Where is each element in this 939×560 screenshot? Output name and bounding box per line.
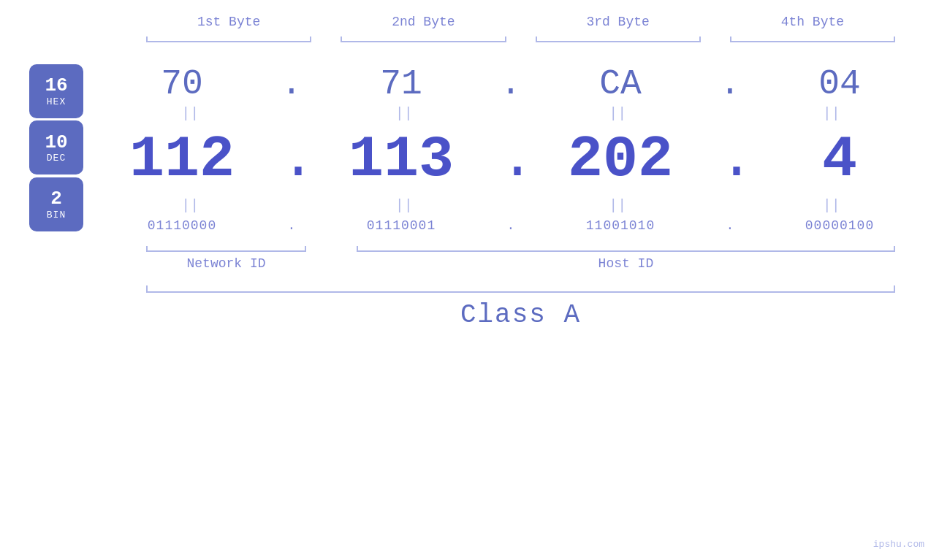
- eq2-2: ||: [305, 197, 503, 214]
- column-headers-row: 1st Byte 2nd Byte 3rd Byte 4th Byte: [132, 15, 910, 35]
- footer: ipshu.com: [873, 539, 924, 550]
- footer-text: ipshu.com: [873, 539, 924, 550]
- hex-dot-2: .: [500, 64, 522, 104]
- dec-val-3: 202: [522, 126, 719, 193]
- hex-val-2: 71: [303, 64, 500, 104]
- network-bracket: [132, 239, 321, 252]
- bin-val-3: 11001010: [522, 218, 719, 233]
- eq-2: ||: [305, 105, 503, 122]
- dec-val-2: 113: [303, 126, 500, 193]
- top-brackets-row: [132, 35, 910, 48]
- bin-row: 01110000 . 01110001 . 11001010 . 0000010…: [83, 218, 938, 233]
- eq2-1: ||: [91, 197, 289, 214]
- dec-cell-3: 202: [522, 126, 719, 193]
- dec-dot-2: .: [500, 126, 522, 193]
- badge-bin: 2 BIN: [29, 177, 83, 231]
- dec-dot-3: .: [719, 126, 741, 193]
- main-container: 1st Byte 2nd Byte 3rd Byte 4th Byte 16 H…: [0, 0, 939, 560]
- hex-cell-1: 70: [83, 64, 281, 104]
- hex-row: 70 . 71 . CA . 04: [83, 64, 938, 104]
- hex-val-3: CA: [522, 64, 719, 104]
- eq-1: ||: [91, 105, 289, 122]
- col-header-4: 4th Byte: [715, 15, 910, 35]
- badge-dec-number: 10: [45, 132, 67, 153]
- equals-row-1: || || || ||: [83, 105, 938, 122]
- bracket-1: [132, 35, 326, 48]
- badge-hex-number: 16: [45, 75, 67, 96]
- bin-val-2: 01110001: [303, 218, 500, 233]
- content-area: 16 HEX 10 DEC 2 BIN 70 . 71: [29, 55, 910, 233]
- bin-val-1: 01110000: [83, 218, 281, 233]
- host-id-label: Host ID: [342, 256, 910, 271]
- net-host-labels: Network ID Host ID: [132, 256, 910, 271]
- bin-cell-3: 11001010: [522, 218, 719, 233]
- eq-4: ||: [733, 105, 930, 122]
- badge-hex: 16 HEX: [29, 64, 83, 118]
- dec-val-4: 4: [741, 126, 938, 193]
- badge-bin-label: BIN: [47, 210, 66, 220]
- col-header-1: 1st Byte: [132, 15, 326, 35]
- bracket-4: [715, 35, 910, 48]
- badge-hex-label: HEX: [47, 96, 66, 107]
- hex-val-4: 04: [741, 64, 938, 104]
- hex-val-1: 70: [83, 64, 281, 104]
- class-label-row: Class A: [132, 300, 910, 330]
- hex-cell-3: CA: [522, 64, 719, 104]
- eq2-4: ||: [733, 197, 930, 214]
- badge-dec-label: DEC: [47, 153, 66, 164]
- eq-3: ||: [519, 105, 716, 122]
- hex-dot-1: .: [281, 64, 303, 104]
- eq2-3: ||: [519, 197, 716, 214]
- bin-dot-3: .: [719, 218, 741, 233]
- hex-dot-3: .: [719, 64, 741, 104]
- badges-column: 16 HEX 10 DEC 2 BIN: [29, 55, 83, 233]
- class-label: Class A: [460, 300, 581, 330]
- dec-cell-1: 112: [83, 126, 281, 193]
- badge-bin-number: 2: [50, 188, 62, 210]
- dec-cell-2: 113: [303, 126, 500, 193]
- host-bracket: [342, 239, 910, 252]
- bin-dot-1: .: [281, 218, 303, 233]
- hex-cell-4: 04: [741, 64, 938, 104]
- badge-dec: 10 DEC: [29, 120, 83, 174]
- bracket-3: [521, 35, 715, 48]
- dec-dot-1: .: [281, 126, 303, 193]
- dec-row: 112 . 113 . 202 . 4: [83, 126, 938, 193]
- col-header-3: 3rd Byte: [521, 15, 715, 35]
- bin-cell-2: 01110001: [303, 218, 500, 233]
- bin-val-4: 00000100: [741, 218, 938, 233]
- equals-row-2: || || || ||: [83, 197, 938, 214]
- ip-rows-area: 70 . 71 . CA . 04 || || || ||: [83, 55, 938, 233]
- net-host-brackets: [132, 239, 910, 252]
- bin-cell-1: 01110000: [83, 218, 281, 233]
- full-bracket-row: [132, 278, 910, 293]
- dec-val-1: 112: [83, 126, 281, 193]
- network-id-label: Network ID: [132, 256, 321, 271]
- bin-dot-2: .: [500, 218, 522, 233]
- col-header-2: 2nd Byte: [326, 15, 520, 35]
- hex-cell-2: 71: [303, 64, 500, 104]
- dec-cell-4: 4: [741, 126, 938, 193]
- bracket-2: [326, 35, 520, 48]
- bottom-section: Network ID Host ID: [132, 239, 910, 271]
- bin-cell-4: 00000100: [741, 218, 938, 233]
